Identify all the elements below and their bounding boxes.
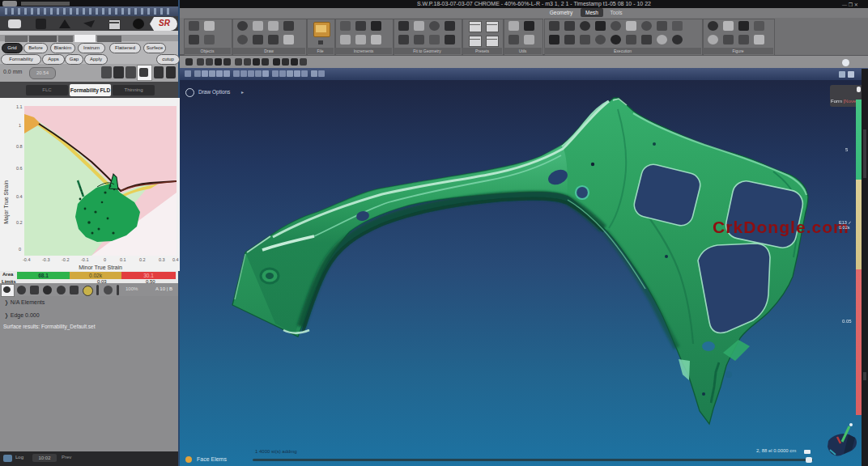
- svg-text:Major True Strain: Major True Strain: [3, 180, 10, 224]
- svg-text:0.1: 0.1: [120, 257, 126, 262]
- svg-text:0.2: 0.2: [139, 257, 146, 262]
- svg-text:0.6: 0.6: [16, 166, 23, 171]
- svg-text:-0.3: -0.3: [42, 257, 49, 262]
- svg-text:Minor True Strain: Minor True Strain: [79, 265, 122, 270]
- svg-text:0.8: 0.8: [16, 144, 23, 149]
- svg-text:0: 0: [104, 257, 106, 262]
- svg-text:0.2: 0.2: [16, 220, 23, 225]
- svg-text:0.4: 0.4: [16, 194, 23, 199]
- svg-text:-0.1: -0.1: [81, 257, 88, 262]
- svg-text:-0.4: -0.4: [23, 257, 30, 262]
- svg-text:0: 0: [19, 247, 21, 252]
- svg-text:0.3: 0.3: [159, 257, 165, 262]
- svg-text:1.1: 1.1: [16, 104, 23, 109]
- svg-text:1: 1: [19, 123, 21, 128]
- svg-text:-0.2: -0.2: [62, 257, 69, 262]
- svg-text:0.4: 0.4: [172, 257, 179, 262]
